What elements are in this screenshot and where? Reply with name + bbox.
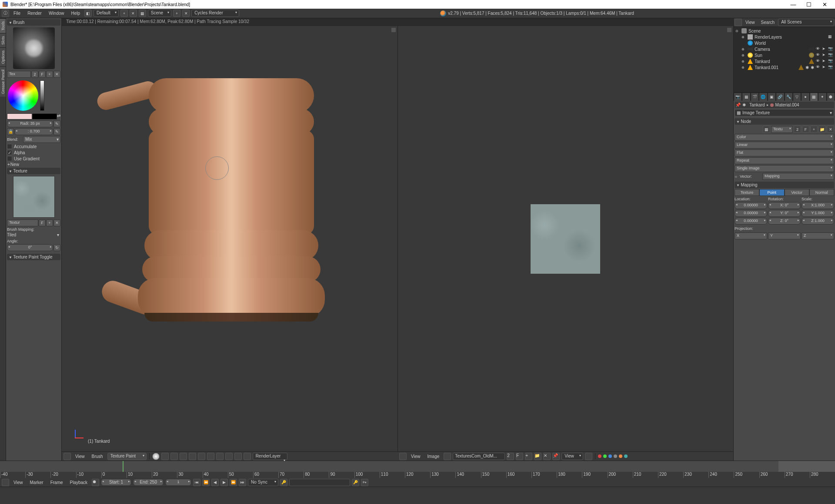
add-layout-icon[interactable]: + — [120, 10, 128, 17]
strength-lock-icon[interactable]: 🔒 — [7, 128, 14, 135]
vector-input-dropdown[interactable]: Mapping — [762, 173, 834, 180]
breadcrumb-object[interactable]: Tankard — [749, 103, 765, 107]
brush-mapping-dropdown[interactable]: Tiled▾ — [7, 232, 60, 237]
tab-options[interactable]: Options — [0, 47, 6, 66]
uv-select-icon[interactable] — [585, 453, 592, 460]
proj-y-dropdown[interactable]: Y — [768, 232, 801, 239]
channel-b-icon[interactable] — [608, 454, 612, 458]
outliner-item-sun[interactable]: ⊕Sun👁➤📷 — [735, 52, 834, 58]
minimize-button[interactable]: — — [785, 1, 801, 8]
timeline-marker-menu[interactable]: Marker — [27, 479, 46, 486]
brush-preview[interactable] — [13, 27, 55, 69]
brush-users[interactable]: 2 — [31, 71, 38, 78]
editor-type-icon[interactable] — [399, 453, 407, 460]
keying-set-icon[interactable]: 🔑 — [280, 479, 287, 486]
strength-pressure-icon[interactable]: ✎ — [53, 128, 60, 135]
texture-add-icon[interactable]: + — [46, 219, 53, 226]
image-name-field[interactable]: Textu — [771, 126, 793, 133]
alpha-checkbox[interactable]: ✓Alpha — [7, 150, 60, 155]
editor-type-icon[interactable]: ⓘ — [2, 10, 9, 17]
jump-last-icon[interactable]: ⏭ — [239, 479, 246, 486]
screen-layout-dropdown[interactable]: Default — [94, 10, 119, 17]
delete-scene-icon[interactable]: ✕ — [182, 10, 190, 17]
image-menu[interactable]: Image — [425, 453, 442, 460]
value-slider[interactable] — [40, 80, 44, 111]
image-editor-viewport[interactable] — [398, 26, 734, 451]
3d-viewport[interactable]: (1) Tankard — [62, 26, 398, 451]
play-reverse-icon[interactable]: ◀ — [211, 479, 219, 486]
outliner-view-menu[interactable]: View — [743, 19, 758, 26]
primary-color-swatch[interactable] — [7, 113, 32, 119]
mapping-tab-texture[interactable]: Texture — [735, 189, 759, 196]
editor-type-icon[interactable] — [63, 453, 71, 460]
channel-combo-icon[interactable] — [624, 454, 628, 458]
editor-type-icon[interactable] — [2, 479, 9, 486]
shading-icon[interactable] — [152, 453, 160, 460]
pin-icon[interactable]: 📌 — [552, 453, 560, 460]
breadcrumb-material[interactable]: Material.004 — [775, 103, 799, 107]
tab-object[interactable]: ▣ — [768, 93, 776, 101]
view-menu[interactable]: View — [408, 453, 423, 460]
outliner-item-tankard[interactable]: ⊕Tankard👁➤📷 — [735, 58, 834, 64]
brush-name-field[interactable]: Tex — [7, 71, 31, 78]
lock-camera-icon[interactable] — [216, 453, 224, 460]
outliner-item-tankard001[interactable]: ⊕Tankard.001✱✱👁➤📷 — [735, 64, 834, 70]
split-corner-icon[interactable] — [727, 28, 731, 32]
auto-keyframe-icon[interactable]: ⏺ — [92, 479, 99, 486]
image-browse-icon[interactable]: ▦ — [763, 126, 770, 133]
loc-y[interactable]: 0.00000 — [735, 210, 767, 217]
projection-dropdown[interactable]: Flat — [735, 149, 834, 156]
image-fake-user-icon[interactable]: F — [802, 126, 809, 133]
delete-layout-icon[interactable]: ✕ — [130, 10, 137, 17]
tab-grease-pencil[interactable]: Grease Pencil — [0, 66, 6, 97]
pivot-icon[interactable] — [161, 453, 169, 460]
new-palette-button[interactable]: New — [10, 162, 19, 167]
mapping-tab-point[interactable]: Point — [759, 189, 784, 196]
palette-add-icon[interactable]: + — [7, 162, 10, 167]
mode-dropdown[interactable]: View — [561, 453, 583, 460]
image-unlink-icon[interactable]: ✕ — [543, 453, 551, 460]
outliner-search-menu[interactable]: Search — [758, 19, 778, 26]
timeline-frame-menu[interactable]: Frame — [48, 479, 66, 486]
outliner[interactable]: ⊖Scene ⊕RenderLayers▦ World ⊕Camera👁➤📷 ⊕… — [734, 27, 835, 92]
tab-data[interactable]: ▽ — [793, 93, 801, 101]
scene-dropdown[interactable]: Scene — [148, 10, 171, 17]
image-texture-node-selector[interactable]: ▦ Image Texture ▾ — [735, 109, 834, 116]
texture-name-field[interactable]: Textur — [7, 219, 38, 226]
timeline-ruler[interactable]: -40-30-20-100102030405060708090100110120… — [0, 472, 835, 478]
channel-a-icon[interactable] — [614, 454, 617, 458]
interpolation-dropdown[interactable]: Linear — [735, 142, 834, 149]
outliner-filter-dropdown[interactable]: All Scenes — [778, 19, 834, 26]
outliner-item-scene[interactable]: ⊖Scene — [735, 28, 834, 34]
layers-btn1[interactable] — [180, 453, 187, 460]
tab-tools[interactable]: Tools — [0, 18, 6, 33]
layers-btn2[interactable] — [189, 453, 196, 460]
tab-renderlayers[interactable]: ▦ — [742, 93, 750, 101]
angle-field[interactable]: 0° — [7, 244, 53, 251]
layers-btn4[interactable] — [207, 453, 214, 460]
outliner-item-world[interactable]: World — [735, 40, 834, 46]
keyframe-prev-icon[interactable]: ⏪ — [202, 479, 210, 486]
image-unlink-icon[interactable]: ✕ — [827, 126, 834, 133]
rot-z[interactable]: Z: 0° — [768, 218, 801, 225]
vector-socket-icon[interactable]: ○ — [735, 174, 739, 179]
add-scene-icon[interactable]: + — [173, 10, 180, 17]
mapping-tab-vector[interactable]: Vector — [785, 189, 809, 196]
image-open-icon[interactable]: 📁 — [818, 126, 826, 133]
delete-keyframe-icon[interactable]: 🗝 — [361, 479, 368, 486]
brush-panel-header[interactable]: Brush — [7, 19, 60, 26]
menu-render[interactable]: Render — [25, 10, 44, 17]
proj-x-dropdown[interactable]: X — [735, 232, 767, 239]
maximize-button[interactable]: ☐ — [801, 1, 817, 8]
frames-dropdown[interactable]: Single Image — [735, 165, 834, 172]
swap-colors-icon[interactable]: ⇄ — [57, 113, 60, 119]
timeline-playback-menu[interactable]: Playback — [67, 479, 90, 486]
view-menu[interactable]: View — [73, 453, 87, 460]
tab-scene[interactable]: 🎬 — [751, 93, 759, 101]
tab-particles[interactable]: ✦ — [818, 93, 826, 101]
color-wheel[interactable] — [8, 80, 38, 111]
scene-browse-icon[interactable]: ▦ — [139, 10, 146, 17]
tab-physics[interactable]: ⬢ — [827, 93, 835, 101]
tab-constraints[interactable]: 🔗 — [776, 93, 784, 101]
outliner-item-renderlayers[interactable]: ⊕RenderLayers▦ — [735, 34, 834, 40]
